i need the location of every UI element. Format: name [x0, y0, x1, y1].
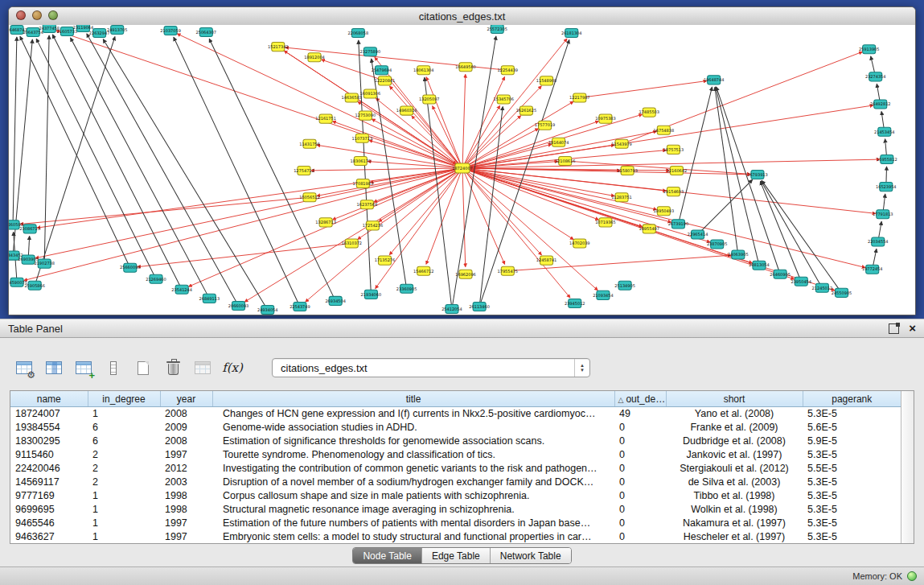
- table-cell[interactable]: 2012: [160, 462, 212, 476]
- table-cell[interactable]: 19384554: [10, 421, 88, 435]
- column-header-pagerank[interactable]: pagerank: [803, 391, 901, 407]
- table-vertical-scrollbar[interactable]: [901, 391, 914, 543]
- table-cell[interactable]: 0: [614, 476, 666, 489]
- table-cell[interactable]: 5.3E-5: [803, 489, 901, 503]
- table-cell[interactable]: Embryonic stem cells: a model to study s…: [212, 530, 614, 544]
- graph-edge[interactable]: [462, 168, 710, 242]
- table-cell[interactable]: Wolkin et al. (1998): [666, 503, 803, 517]
- graph-edge[interactable]: [698, 179, 753, 234]
- minimize-window-icon[interactable]: [32, 10, 42, 20]
- tab-network-table[interactable]: Network Table: [490, 548, 571, 563]
- tab-node-table[interactable]: Node Table: [353, 548, 421, 563]
- table-cell[interactable]: 5.5E-5: [803, 462, 901, 476]
- window-titlebar[interactable]: citations_edges.txt: [9, 7, 915, 26]
- table-cell[interactable]: 1997: [160, 517, 212, 530]
- table-cell[interactable]: 0: [614, 462, 666, 476]
- table-cell[interactable]: Structural magnetic resonance image aver…: [212, 503, 614, 517]
- table-row[interactable]: 969969511998Structural magnetic resonanc…: [10, 503, 901, 517]
- table-cell[interactable]: Jankovic et al. (1997): [666, 448, 803, 462]
- table-cell[interactable]: 14569117: [10, 476, 88, 489]
- table-cell[interactable]: 6: [88, 435, 160, 448]
- graph-edge[interactable]: [20, 197, 310, 224]
- graph-edge[interactable]: [244, 168, 462, 302]
- combobox-stepper-icon[interactable]: ▲▼: [574, 359, 589, 377]
- table-cell[interactable]: Disruption of a novel member of a sodium…: [212, 476, 614, 489]
- graph-edge[interactable]: [311, 168, 462, 171]
- table-selector-combobox[interactable]: citations_edges.txt ▲▼: [272, 358, 590, 377]
- table-cell[interactable]: 2: [88, 448, 160, 462]
- table-cell[interactable]: 0: [614, 530, 666, 544]
- graph-edge[interactable]: [71, 38, 210, 299]
- table-cell[interactable]: Investigating the contribution of common…: [212, 462, 614, 476]
- column-header-year[interactable]: year: [160, 391, 212, 407]
- table-row[interactable]: 946362711997Embryonic stem cells: a mode…: [10, 530, 901, 544]
- table-cell[interactable]: 5.3E-5: [803, 476, 901, 489]
- table-cell[interactable]: 22420046: [10, 462, 88, 476]
- table-cell[interactable]: 2008: [160, 407, 212, 422]
- graph-edge[interactable]: [37, 168, 462, 228]
- column-header-name[interactable]: name: [10, 391, 88, 407]
- table-cell[interactable]: 0: [614, 489, 666, 503]
- graph-edge[interactable]: [13, 37, 17, 225]
- graph-edge[interactable]: [479, 107, 503, 307]
- graph-edge[interactable]: [426, 77, 462, 168]
- close-panel-icon[interactable]: ×: [909, 323, 916, 333]
- graph-edge[interactable]: [462, 168, 466, 267]
- table-cell[interactable]: 0: [614, 435, 666, 448]
- table-cell[interactable]: 1: [88, 517, 160, 530]
- table-cell[interactable]: Hescheler et al. (1997): [666, 530, 803, 544]
- graph-edge[interactable]: [426, 168, 462, 264]
- disabled-table-button[interactable]: [191, 357, 214, 378]
- table-row[interactable]: 911546021997Tourette syndrome. Phenomeno…: [10, 448, 901, 462]
- graph-edge[interactable]: [209, 39, 335, 301]
- table-row[interactable]: 1830029562008Estimation of significance …: [10, 435, 901, 448]
- table-cell[interactable]: Franke et al. (2009): [666, 421, 803, 435]
- table-cell[interactable]: Changes of HCN gene expression and I(f) …: [212, 407, 614, 422]
- new-document-button[interactable]: [132, 357, 154, 378]
- table-cell[interactable]: 0: [614, 517, 666, 530]
- table-cell[interactable]: 18724007: [10, 407, 88, 422]
- graph-edge[interactable]: [138, 244, 351, 267]
- table-cell[interactable]: 1: [88, 503, 160, 517]
- table-row[interactable]: 1938455462009Genome-wide association stu…: [10, 421, 901, 435]
- table-cell[interactable]: 9699695: [10, 503, 88, 517]
- graph-edge[interactable]: [368, 162, 462, 168]
- table-cell[interactable]: 2008: [160, 435, 212, 448]
- table-cell[interactable]: 5.3E-5: [803, 407, 901, 422]
- graph-edge[interactable]: [44, 35, 49, 264]
- table-cell[interactable]: 5.6E-5: [803, 421, 901, 435]
- table-cell[interactable]: 2: [88, 476, 160, 489]
- column-header-short[interactable]: short: [666, 391, 803, 407]
- table-row[interactable]: 1872400712008Changes of HCN gene express…: [10, 407, 901, 422]
- table-cell[interactable]: 0: [614, 448, 666, 462]
- merge-columns-button[interactable]: [102, 357, 125, 378]
- graph-edge[interactable]: [52, 35, 182, 290]
- table-cell[interactable]: Estimation of the future numbers of pati…: [212, 517, 614, 530]
- table-cell[interactable]: Estimation of significance thresholds fo…: [212, 435, 614, 448]
- show-columns-button[interactable]: [43, 357, 65, 378]
- graph-edge[interactable]: [462, 74, 466, 168]
- tab-edge-table[interactable]: Edge Table: [421, 548, 490, 563]
- table-cell[interactable]: 1: [88, 407, 160, 422]
- table-cell[interactable]: 9115460: [10, 448, 88, 462]
- network-canvas[interactable]: 1872400711580793115439791097538312217987…: [9, 25, 915, 315]
- table-cell[interactable]: 1998: [160, 503, 212, 517]
- table-cell[interactable]: 2009: [160, 421, 212, 435]
- table-cell[interactable]: Yano et al. (2008): [666, 407, 803, 422]
- graph-edge[interactable]: [87, 34, 239, 306]
- table-row[interactable]: 946554611997Estimation of the future num…: [10, 517, 901, 530]
- table-cell[interactable]: Stergiakouli et al. (2012): [666, 462, 803, 476]
- table-cell[interactable]: 1997: [160, 530, 212, 544]
- table-cell[interactable]: Nakamura et al. (1997): [666, 517, 803, 530]
- table-cell[interactable]: 18300295: [10, 435, 88, 448]
- table-cell[interactable]: Tibbo et al. (1998): [666, 489, 803, 503]
- graph-edge[interactable]: [715, 87, 738, 254]
- table-cell[interactable]: 9777169: [10, 489, 88, 503]
- table-settings-button[interactable]: ⚙: [13, 357, 35, 378]
- table-row[interactable]: 977716911998Corpus callosum shape and si…: [10, 489, 901, 503]
- graph-edge[interactable]: [462, 168, 865, 268]
- zoom-window-icon[interactable]: [48, 10, 58, 20]
- table-cell[interactable]: 9465546: [10, 517, 88, 530]
- function-builder-button[interactable]: f(x): [221, 357, 244, 378]
- table-cell[interactable]: 2: [88, 462, 160, 476]
